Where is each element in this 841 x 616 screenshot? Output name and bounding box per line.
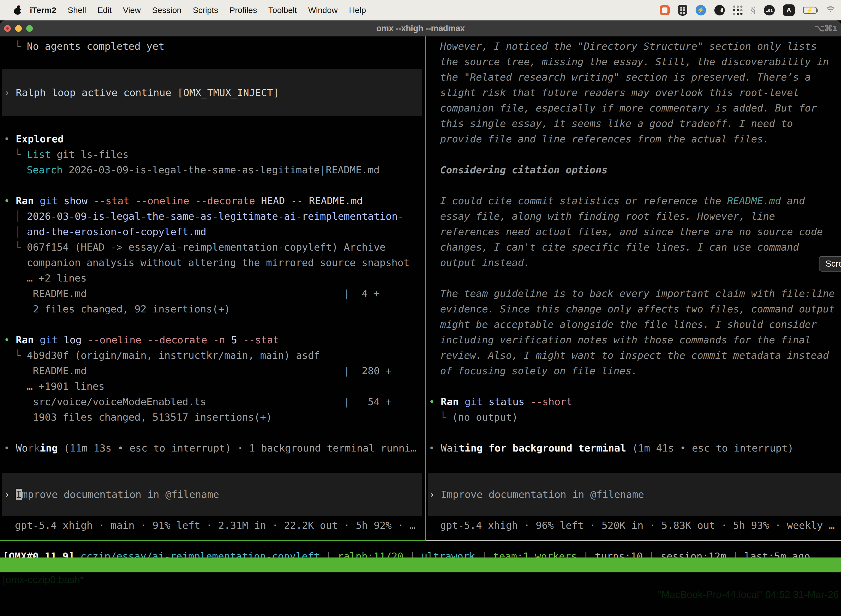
menu-item-edit[interactable]: Edit [97, 6, 112, 15]
terminal-line: Search 2026-03-09-is-legal-the-same-as-l… [0, 162, 425, 178]
terminal-line: I could cite commit statistics or refere… [426, 193, 841, 209]
pane-border-left [0, 540, 425, 541]
badge-61-icon[interactable]: ..61 [764, 5, 775, 15]
terminal-text-segment: │ [15, 211, 27, 222]
terminal-text-segment: • [429, 442, 441, 454]
terminal-text-segment: this single essay, it seems like a good … [440, 118, 793, 129]
terminal-text-segment: 2026-03-09-is-legal-the-same-as-legitima… [27, 211, 403, 222]
terminal-text-segment: and [781, 195, 805, 207]
screen: iTerm2ShellEditViewSessionScriptsProfile… [0, 0, 841, 616]
terminal-text-segment: including verification notes with those … [440, 334, 811, 346]
terminal-text-segment: review. Also, I might want to inspect th… [440, 350, 829, 361]
terminal-line: slight risk that future readers may over… [426, 85, 841, 100]
chat-icon[interactable] [660, 5, 670, 15]
terminal-text-segment: Search [27, 164, 63, 176]
terminal-text-segment: --oneline --decorate [88, 334, 213, 346]
terminal-text-segment: README.md [727, 195, 781, 207]
menu-status-icons: ⚡§..61A⚡ [660, 4, 836, 16]
terminal-text-segment: README.md | 4 + [33, 288, 379, 299]
terminal-line: output instead. [426, 255, 841, 270]
terminal-text-segment: show [64, 195, 94, 207]
terminal-text-segment: git [464, 396, 489, 407]
terminal-line: references need actual files, and since … [426, 224, 841, 239]
terminal-line: │ 2026-03-09-is-legal-the-same-as-legiti… [0, 209, 425, 224]
terminal-text-segment: • [429, 396, 441, 407]
dark-disc-icon[interactable] [714, 5, 725, 15]
terminal-text-segment: ting for background terminal [459, 442, 626, 454]
terminal-text-segment: Improve documentation in @filename [441, 489, 644, 500]
terminal-text-segment: git ls-files [51, 149, 129, 160]
terminal-text-segment: companion analysis without altering the … [27, 257, 409, 268]
wifi-icon[interactable] [825, 6, 836, 15]
tmux-session-label[interactable]: [omx-cczip0:bash* [3, 572, 84, 587]
terminal-text-segment: I [16, 489, 22, 500]
menu-item-scripts[interactable]: Scripts [193, 6, 218, 15]
terminal-text-segment: (no output) [452, 412, 518, 423]
terminal-text-segment: provide file and line references from th… [440, 133, 769, 145]
terminal-text-segment: Ralph loop active continue [OMX_TMUX_INJ… [16, 87, 279, 98]
menu-item-session[interactable]: Session [152, 6, 182, 15]
pane-divider[interactable] [425, 37, 426, 541]
terminal-line: review. Also, I might want to inspect th… [426, 348, 841, 363]
terminal-pane-left[interactable]: └ No agents completed yet› Ralph loop ac… [0, 37, 425, 540]
terminal-text-segment: 2026-03-09-is-legal-the-same-as-legitima… [63, 164, 379, 176]
title-bar: omx --xhigh --madmax ⌥⌘1 [0, 21, 841, 37]
dots-grid-icon[interactable] [733, 6, 743, 15]
battery-icon[interactable]: ⚡ [803, 7, 817, 14]
terminal-line: └ 067f154 (HEAD -> essay/ai-reimplementa… [0, 239, 425, 255]
terminal-line: • Ran git status --short [426, 394, 841, 409]
terminal-line: companion file, especially if more comme… [426, 100, 841, 116]
menu-item-view[interactable]: View [123, 6, 141, 15]
menu-item-toolbelt[interactable]: Toolbelt [268, 6, 297, 15]
terminal-text-segment: Considering citation options [440, 164, 608, 176]
terminal-text-segment: output instead. [440, 257, 530, 268]
terminal-line: might be acceptable alongside the file l… [426, 317, 841, 332]
figure-icon[interactable]: § [751, 5, 756, 16]
menu-item-shell[interactable]: Shell [67, 6, 86, 15]
terminal-text-segment: --stat [243, 334, 279, 346]
terminal-line: the source tree, missing the essay. Stil… [426, 54, 841, 70]
terminal-text-segment: └ [15, 350, 27, 361]
terminal-text-segment: companion file, especially if more comme… [440, 103, 817, 114]
terminal-text-segment: Ran [441, 396, 464, 407]
tmux-status-bar: [omx-cczip0:bash* "MacBook-Pro-44.local"… [0, 557, 841, 572]
terminal-text-segment: and-the-erosion-of-copyleft.md [27, 226, 206, 238]
terminal-line: gpt-5.4 xhigh · main · 91% left · 2.31M … [0, 518, 425, 533]
screen-share-button[interactable]: Scre [819, 256, 841, 271]
terminal-line: › Improve documentation in @filename [0, 487, 425, 502]
terminal-text-segment: Wo [16, 442, 28, 454]
terminal-text-segment: Explored [16, 133, 63, 145]
terminal-line: … +1901 lines [0, 378, 425, 394]
menu-item-window[interactable]: Window [308, 6, 338, 15]
blue-badge-icon[interactable]: ⚡ [696, 5, 706, 15]
a-key-icon[interactable]: A [783, 4, 795, 16]
terminal-text-segment: 1903 files changed, 513517 insertions(+) [33, 412, 272, 423]
terminal-line: However, I noticed the "Directory Struct… [426, 39, 841, 54]
terminal-text-segment: --stat --oneline --decorate [94, 195, 261, 207]
terminal-line: │ and-the-erosion-of-copyleft.md [0, 224, 425, 239]
terminal-text-segment: evidence. Since this change only affects… [440, 303, 835, 315]
terminal-line: this single essay, it seems like a good … [426, 116, 841, 131]
apple-menu-icon[interactable] [14, 6, 22, 15]
terminal-text-segment: mprove documentation in @filename [22, 489, 219, 500]
terminal-line: Considering citation options [426, 162, 841, 178]
terminal-text-segment: ing [40, 442, 58, 454]
terminal-text-segment: Ran [16, 334, 40, 346]
terminal-line: src/voice/voiceModeEnabled.ts | 54 + [0, 394, 425, 409]
terminal-text-segment: … +2 lines [27, 273, 86, 284]
terminal-text-segment: Wai [441, 442, 459, 454]
terminal-text-segment: might be acceptable alongside the file l… [440, 319, 817, 330]
menu-item-help[interactable]: Help [349, 6, 366, 15]
menu-item-profiles[interactable]: Profiles [229, 6, 257, 15]
terminal-text-segment: └ [440, 412, 452, 423]
terminal-line: README.md | 280 + [0, 363, 425, 378]
terminal-text-segment: • [4, 195, 16, 207]
terminal-line: including verification notes with those … [426, 332, 841, 348]
terminal-line: └ List git ls-files [0, 147, 425, 162]
terminal-text-segment: essay file, along with finding root file… [440, 211, 775, 222]
shield-grid-icon[interactable] [678, 5, 687, 16]
terminal-pane-right[interactable]: However, I noticed the "Directory Struct… [426, 37, 841, 540]
terminal-text-segment: --short [530, 396, 572, 407]
terminal-text-segment: (11m 13s • esc to interrupt) · 1 backgro… [58, 442, 416, 454]
menu-item-app[interactable]: iTerm2 [30, 6, 56, 15]
